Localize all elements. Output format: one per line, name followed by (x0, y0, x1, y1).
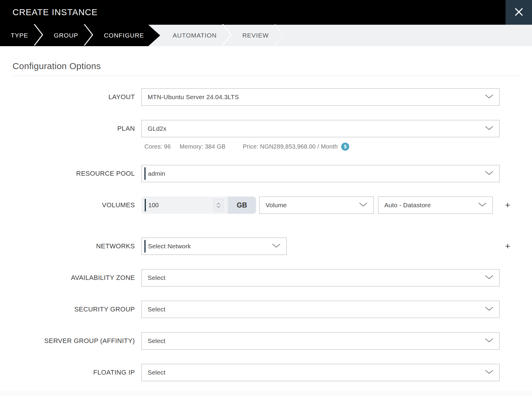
plan-row: PLAN GLd2x Cores: 96 Memory: 384 GB Pric… (13, 120, 519, 151)
configuration-form: LAYOUT MTN-Ubuntu Server 24.04.3LTS PLAN… (13, 88, 519, 381)
chevron-separator-icon (82, 24, 94, 47)
availability-zone-select[interactable]: Select (141, 269, 500, 286)
active-step-arrow (148, 25, 160, 46)
chevron-down-icon (359, 202, 367, 208)
security-group-row: SECURITY GROUP Select (13, 301, 519, 318)
add-volume-button[interactable]: + (505, 201, 510, 210)
chevron-down-icon (485, 94, 493, 100)
server-group-label: SERVER GROUP (AFFINITY) (13, 337, 135, 345)
resource-pool-label: RESOURCE POOL (13, 170, 135, 177)
volume-type-select[interactable]: Volume (259, 197, 374, 214)
step-review[interactable]: REVIEW (242, 32, 269, 39)
step-group[interactable]: GROUP (54, 32, 78, 39)
floating-ip-row: FLOATING IP Select (13, 364, 519, 381)
heading-divider (13, 76, 519, 76)
modal-title: CREATE INSTANCE (0, 7, 506, 17)
chevron-separator-icon (221, 24, 233, 47)
volume-datastore-value: Auto - Datastore (384, 202, 431, 209)
volume-size-group: 100 GB (141, 197, 256, 214)
resource-pool-value: admin (148, 170, 165, 177)
dollar-circle-icon: $ (341, 143, 349, 151)
chevron-down-icon (485, 307, 493, 312)
plan-memory: Memory: 384 GB (180, 143, 226, 150)
step-automation[interactable]: AUTOMATION (173, 32, 217, 39)
layout-row: LAYOUT MTN-Ubuntu Server 24.04.3LTS (13, 88, 519, 106)
plan-price: Price: NGN289,853,968.00 / Month (243, 143, 338, 150)
resource-pool-row: RESOURCE POOL admin (13, 165, 519, 182)
availability-zone-label: AVAILABILITY ZONE (13, 274, 135, 282)
floating-ip-select[interactable]: Select (141, 364, 500, 381)
floating-ip-label: FLOATING IP (13, 369, 135, 376)
layout-select-value: MTN-Ubuntu Server 24.04.3LTS (148, 93, 239, 101)
chevron-separator-icon (32, 24, 44, 47)
chevron-down-icon (485, 338, 493, 344)
volume-size-input[interactable]: 100 (141, 197, 228, 214)
plan-select-value: GLd2x (148, 125, 166, 132)
server-group-row: SERVER GROUP (AFFINITY) Select (13, 332, 519, 350)
section-heading: Configuration Options (13, 61, 519, 71)
text-cursor (145, 199, 146, 211)
text-cursor (144, 167, 146, 180)
volume-type-value: Volume (266, 202, 287, 209)
volumes-row: VOLUMES 100 (13, 197, 519, 214)
security-group-label: SECURITY GROUP (13, 305, 135, 313)
chevron-down-icon (485, 171, 493, 176)
chevron-separator-icon (273, 24, 285, 47)
chevron-down-icon (272, 244, 280, 249)
wizard-steps-light-section: AUTOMATION REVIEW (160, 25, 294, 46)
layout-select[interactable]: MTN-Ubuntu Server 24.04.3LTS (141, 88, 500, 106)
text-cursor (144, 240, 146, 252)
chevron-down-icon (485, 126, 493, 131)
close-icon (514, 7, 524, 18)
wizard-steps-bar: TYPE GROUP CONFIGURE AUTOMATION REVIEW (0, 25, 532, 46)
networks-select[interactable]: Select Network (141, 238, 287, 255)
step-type[interactable]: TYPE (11, 32, 28, 39)
plan-info-line: Cores: 96 Memory: 384 GB Price: NGN289,8… (141, 143, 349, 151)
availability-zone-value: Select (148, 274, 166, 281)
security-group-select[interactable]: Select (141, 301, 500, 318)
step-configure[interactable]: CONFIGURE (104, 32, 144, 39)
server-group-value: Select (148, 337, 166, 344)
plan-label: PLAN (13, 120, 135, 137)
modal-header: CREATE INSTANCE (0, 0, 532, 25)
availability-zone-row: AVAILABILITY ZONE Select (13, 269, 519, 286)
networks-label: NETWORKS (13, 242, 135, 250)
plan-select[interactable]: GLd2x (141, 120, 500, 137)
layout-label: LAYOUT (13, 93, 135, 101)
volume-unit-addon: GB (228, 197, 256, 214)
add-network-button[interactable]: + (505, 242, 510, 251)
wizard-steps-dark-section: TYPE GROUP CONFIGURE (0, 25, 148, 46)
volume-size-value: 100 (148, 202, 159, 209)
chevron-down-icon (478, 202, 486, 208)
stepper-up-icon[interactable] (216, 202, 221, 205)
number-stepper (213, 199, 224, 211)
chevron-down-icon (485, 370, 493, 375)
configure-panel: Configuration Options LAYOUT MTN-Ubuntu … (0, 61, 532, 381)
footer-strip (0, 391, 532, 396)
plan-cores: Cores: 96 (144, 143, 171, 150)
security-group-value: Select (148, 306, 166, 313)
networks-select-value: Select Network (148, 243, 191, 250)
resource-pool-select[interactable]: admin (141, 165, 500, 182)
volumes-label: VOLUMES (13, 201, 135, 209)
chevron-down-icon (485, 275, 493, 280)
close-button[interactable] (506, 0, 532, 25)
volume-datastore-select[interactable]: Auto - Datastore (378, 197, 493, 214)
floating-ip-value: Select (148, 369, 166, 376)
stepper-down-icon[interactable] (216, 206, 221, 208)
networks-row: NETWORKS Select Network + (13, 238, 519, 255)
server-group-select[interactable]: Select (141, 332, 500, 350)
